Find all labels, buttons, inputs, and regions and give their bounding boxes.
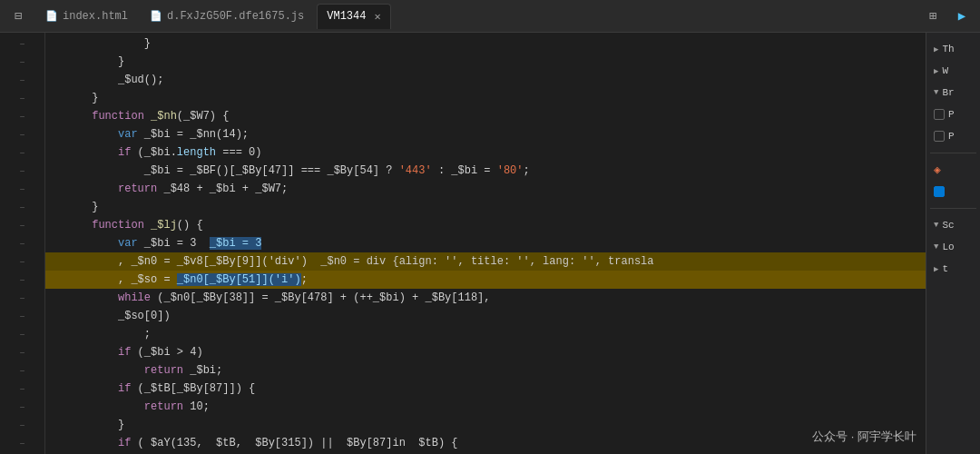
gutter-line: – [0, 434, 44, 452]
gutter-line: – [0, 198, 44, 216]
code-token: return [144, 364, 183, 377]
sidebar-item-label: W [942, 65, 948, 76]
code-token: _$bi = 3 [210, 237, 262, 250]
code-line: return 10; [45, 398, 926, 416]
code-line: } [45, 89, 926, 107]
code-line: ; [45, 325, 926, 343]
sidebar-item-icon-orange[interactable]: ◈ [930, 161, 976, 179]
code-token: if [118, 437, 131, 449]
code-line: , _$so = _$n0[_$By[51]]('i'); [45, 271, 926, 289]
gutter-line: – [0, 53, 44, 71]
gutter-line: – [0, 89, 44, 107]
code-token: if [118, 146, 131, 159]
sidebar-item-label: Br [942, 87, 954, 98]
code-token: ; [524, 164, 530, 177]
code-editor[interactable]: } } _$ud(); } function _$nh(_$W7) { var … [45, 33, 926, 454]
gutter-line: – [0, 71, 44, 89]
code-token [53, 219, 92, 232]
code-token: while [118, 291, 151, 304]
code-token: var [118, 128, 138, 141]
code-token [53, 183, 118, 195]
right-sidebar: ▶ Th ▶ W ▼ Br P P ◈ ▼ Sc [926, 33, 980, 454]
code-line: } [45, 35, 926, 53]
sidebar-item-t[interactable]: ▶ t [930, 260, 976, 278]
code-token: : _$bi = [432, 164, 497, 177]
code-line: _$ud(); [45, 71, 926, 89]
sidebar-item-w[interactable]: ▶ W [930, 62, 976, 80]
gutter-line: – [0, 307, 44, 325]
tab-vm1344[interactable]: VM1344 ✕ [317, 4, 390, 29]
gutter-line: – [0, 107, 44, 125]
gutter-line: – [0, 398, 44, 416]
code-line: while (_$n0[_$By[38]] = _$By[478] + (++_… [45, 289, 926, 307]
code-token: '443' [399, 164, 432, 177]
code-token: if [118, 346, 131, 359]
run-button[interactable]: ▶ [951, 5, 973, 27]
code-line: } [45, 53, 926, 71]
breakpoint-icon: ◈ [934, 163, 941, 177]
code-line: } [45, 198, 926, 216]
code-line: , _$n0 = _$v8[_$By[9]]('div') _$n0 = div… [45, 252, 926, 271]
sidebar-item-br[interactable]: ▼ Br [930, 84, 976, 102]
sidebar-item-lo[interactable]: ▼ Lo [930, 238, 976, 256]
tab-index-html[interactable]: 📄 index.html [36, 4, 137, 29]
code-token: , _$n0 = _$v8[_$By[9]]('div') [53, 255, 320, 268]
gutter-line: – [0, 416, 44, 434]
code-token: ; [301, 273, 308, 286]
tab-close-button[interactable]: ✕ [374, 10, 380, 24]
code-token: (_$n0[_$By[38]] = _$By[478] + (++_$bi) +… [151, 291, 490, 304]
code-token: } [53, 55, 124, 68]
sidebar-item-th[interactable]: ▶ Th [930, 40, 976, 58]
code-token: _$lj [151, 219, 177, 232]
tab-menu-icon[interactable]: ⊟ [7, 5, 29, 27]
gutter-line: – [0, 289, 44, 307]
line-gutter: – – – – – – – – – – – – – – – – – – – – … [0, 33, 45, 454]
code-line: } [45, 416, 926, 434]
code-token: ( $aY(135, $tB, $By[315]) || $By[87]in $… [131, 437, 457, 449]
code-token: if [118, 382, 131, 395]
code-token: ; [53, 328, 151, 340]
code-token: } [53, 201, 98, 213]
code-line: function _$lj() { [45, 216, 926, 234]
sidebar-item-label: Th [942, 44, 954, 54]
sidebar-item-label: Sc [942, 220, 954, 231]
chevron-down-icon: ▼ [934, 221, 938, 230]
code-line: return _$48 + _$bi + _$W7; [45, 180, 926, 198]
sidebar-item-sc[interactable]: ▼ Sc [930, 216, 976, 234]
code-token: return [144, 400, 183, 413]
code-token: var [118, 237, 138, 250]
watermark: 公众号 · 阿宇学长叶 [812, 429, 916, 445]
code-token: _$bi = _$nn(14); [138, 128, 249, 141]
code-token: _$ud(); [53, 74, 163, 86]
tab-dFxJzG50F[interactable]: 📄 d.FxJzG50F.dfe1675.js [141, 4, 313, 29]
code-token: return [118, 183, 157, 195]
code-token: () { [177, 219, 203, 232]
sidebar-item-p2[interactable]: P [930, 127, 976, 145]
code-line: return _$bi; [45, 361, 926, 380]
code-line: var _$bi = 3 _$bi = 3 [45, 234, 926, 252]
code-token: } [53, 92, 98, 104]
tab-bar: ⊟ 📄 index.html 📄 d.FxJzG50F.dfe1675.js V… [0, 0, 980, 33]
gutter-line: – [0, 162, 44, 180]
gutter-line: – [0, 343, 44, 361]
sidebar-item-p1[interactable]: P [930, 105, 976, 123]
gutter-line: – [0, 234, 44, 252]
tab-label: VM1344 [327, 10, 366, 23]
checkbox-checked-icon [934, 186, 945, 197]
code-token: _$n0[_$By[51]]('i') [177, 273, 301, 286]
code-token: _$so[0]) [53, 310, 171, 322]
chevron-right-icon: ▶ [934, 66, 938, 76]
divider [930, 153, 976, 153]
code-token: (_$bi. [131, 146, 176, 159]
code-token: _$n0 = div {align: '', title: '', lang: … [320, 255, 653, 268]
chevron-down-icon: ▼ [934, 242, 938, 252]
panel-toggle-button[interactable]: ⊞ [922, 5, 944, 27]
sidebar-item-checked[interactable] [930, 183, 976, 201]
code-token: function [92, 110, 144, 123]
code-token: (_$bi > 4) [131, 346, 202, 359]
code-token [53, 437, 118, 449]
code-token: , _$so = [53, 273, 177, 286]
code-token [53, 237, 118, 250]
code-line: if (_$bi.length === 0) [45, 143, 926, 162]
sidebar-item-label: t [942, 263, 948, 274]
